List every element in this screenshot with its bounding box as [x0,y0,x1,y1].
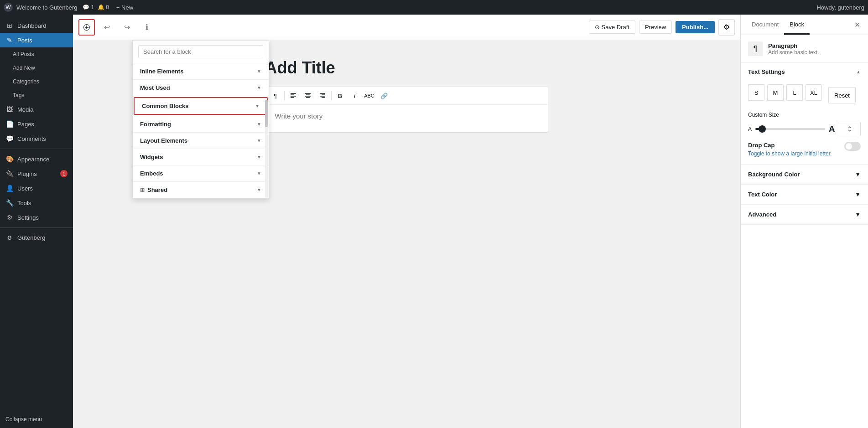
sidebar-item-all-posts[interactable]: All Posts [0,47,73,61]
sidebar-item-appearance[interactable]: 🎨 Appearance [0,152,73,166]
paragraph-icon: ¶ [274,93,277,99]
wp-logo-icon[interactable]: W [4,3,13,12]
drop-cap-toggle[interactable] [844,142,861,151]
topbar-new-button[interactable]: + New [116,4,133,11]
block-category-widgets: Widgets ▼ [133,149,269,165]
tab-block[interactable]: Block [784,15,810,35]
size-btn-xl[interactable]: XL [806,84,822,101]
panel-block-info: ¶ Paragraph Add some basic text. [741,35,868,63]
redo-button[interactable]: ↪ [119,19,135,36]
sidebar-item-plugins[interactable]: 🔌 Plugins 1 [0,166,73,181]
info-button[interactable]: ℹ [139,19,155,36]
block-category-layout-elements-label: Layout Elements [140,137,187,144]
undo-button[interactable]: ↩ [99,19,115,36]
toolbar-italic-button[interactable]: I [348,89,362,103]
toolbar-link-button[interactable]: 🔗 [377,89,391,103]
collapse-menu-button[interactable]: Collapse menu [0,411,73,428]
font-size-slider[interactable] [755,128,825,130]
sidebar-item-add-new[interactable]: Add New [0,61,73,75]
toolbar-align-left-button[interactable] [286,89,300,103]
topbar-notifications-icon[interactable]: 🔔 0 [98,4,109,10]
custom-size-label: Custom Size [748,112,861,118]
text-settings-content: S M L XL Reset Custom Size A A [741,81,868,164]
size-btn-s[interactable]: S [748,84,764,101]
toolbar-align-center-button[interactable] [301,89,315,103]
tags-label: Tags [13,92,24,98]
background-color-label: Background Color [748,171,800,178]
block-search-input[interactable] [138,45,263,58]
block-icon: ¶ [748,41,763,56]
advanced-section: Advanced ▼ [741,205,868,225]
scrollbar-thumb[interactable] [265,100,268,127]
sidebar-item-pages[interactable]: 📄 Pages [0,117,73,131]
sidebar-item-comments[interactable]: 💬 Comments [0,131,73,146]
font-size-input[interactable] [839,122,861,136]
dashboard-icon: ⊞ [5,22,14,29]
drop-cap-label: Drop Cap [748,142,832,149]
size-reset-button[interactable]: Reset [828,87,856,103]
block-category-widgets-header[interactable]: Widgets ▼ [133,149,269,165]
toolbar-paragraph-button[interactable]: ¶ [269,89,282,103]
block-category-embeds: Embeds ▼ [133,165,269,182]
block-toolbar: ¶ [266,87,548,105]
toolbar-strikethrough-button[interactable]: ABC [363,89,376,103]
post-title[interactable]: Add Title [265,58,548,77]
chevron-down-icon-text: ▼ [855,191,861,198]
publish-button[interactable]: Publish... [676,21,715,33]
text-settings-header[interactable]: Text Settings ▲ [741,63,868,81]
tools-icon: 🔧 [5,199,14,206]
post-paragraph[interactable]: Write your story [266,105,548,132]
block-category-inline-elements-label: Inline Elements [140,68,183,75]
toolbar-bold-button[interactable]: B [333,89,347,103]
topbar-comments-icon[interactable]: 💬 1 [83,4,94,10]
preview-button[interactable]: Preview [639,21,672,34]
panel-tabs: Document Block ✕ [741,15,868,35]
add-block-button[interactable] [78,19,95,36]
media-icon: 🖼 [5,106,14,113]
size-btn-l[interactable]: L [786,84,803,101]
toolbar-align-right-button[interactable] [316,89,329,103]
editor-settings-button[interactable]: ⚙ [718,19,735,36]
block-category-formatting: Formatting ▼ [133,116,269,133]
italic-icon: I [354,93,356,99]
editor-post: Add Title ¶ [265,58,548,410]
block-category-most-used-header[interactable]: Most Used ▼ [133,80,269,96]
block-category-inline-elements-header[interactable]: Inline Elements ▼ [133,63,269,79]
sidebar-item-label: Pages [17,121,34,128]
panel-close-button[interactable]: ✕ [852,19,863,30]
sidebar-item-categories[interactable]: Categories [0,75,73,88]
collapse-menu-label: Collapse menu [5,416,42,423]
block-category-common-blocks-header[interactable]: Common Blocks ▼ [134,97,268,115]
advanced-header[interactable]: Advanced ▼ [741,205,868,224]
text-size-buttons: S M L XL [748,84,822,101]
text-color-header[interactable]: Text Color ▼ [741,185,868,204]
block-category-shared-header[interactable]: ⊞ Shared ▼ [133,182,269,198]
sidebar-item-tools[interactable]: 🔧 Tools [0,196,73,210]
publish-label: Publish... [682,24,708,31]
chevron-up-icon: ▲ [856,69,861,74]
block-category-layout-elements-header[interactable]: Layout Elements ▼ [133,133,269,149]
block-category-embeds-header[interactable]: Embeds ▼ [133,165,269,181]
sidebar-item-settings[interactable]: ⚙ Settings [0,210,73,225]
block-category-formatting-header[interactable]: Formatting ▼ [133,116,269,132]
sidebar-item-gutenberg[interactable]: G Gutenberg [0,231,73,245]
block-category-formatting-label: Formatting [140,121,171,128]
save-draft-button[interactable]: ⊙ Save Draft [589,21,635,34]
block-inserter-dropdown: Inline Elements ▼ Most Used ▼ [132,40,269,199]
sidebar-item-dashboard[interactable]: ⊞ Dashboard [0,18,73,33]
size-btn-m[interactable]: M [767,84,784,101]
chevron-down-icon-7: ▼ [257,171,261,176]
save-icon: ⊙ [595,24,600,31]
background-color-header[interactable]: Background Color ▼ [741,165,868,184]
block-inserter-search-container [133,41,269,63]
sidebar-item-users[interactable]: 👤 Users [0,181,73,196]
sidebar-item-media[interactable]: 🖼 Media [0,102,73,117]
advanced-label: Advanced [748,211,776,218]
sidebar-item-label: Media [17,106,33,113]
background-color-section: Background Color ▼ [741,165,868,185]
sidebar-item-tags[interactable]: Tags [0,88,73,102]
sidebar-item-posts[interactable]: ✎ Posts [0,33,73,47]
tab-document[interactable]: Document [746,15,784,35]
all-posts-label: All Posts [13,51,34,57]
shared-icon: ⊞ [140,187,145,193]
